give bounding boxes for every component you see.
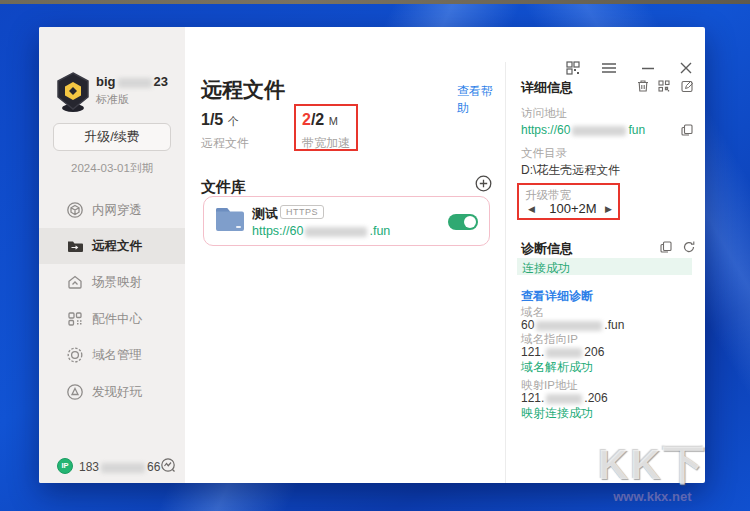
stat-bandwidth-unit: M (329, 115, 338, 127)
scene-icon (66, 273, 84, 291)
copy-address-icon[interactable] (680, 123, 694, 137)
username-prefix: big (96, 74, 116, 89)
qr-code-icon[interactable] (657, 79, 671, 93)
domain-suffix: .fun (604, 318, 624, 332)
sidebar-item-domain-management[interactable]: 域名管理 (39, 337, 185, 373)
map-ip-suffix: .206 (584, 391, 607, 405)
add-file-button[interactable] (475, 175, 492, 192)
diagnosis-panel-title: 诊断信息 (521, 240, 573, 258)
sidebar-item-label: 发现好玩 (92, 384, 142, 401)
app-window: big23 标准版 升级/续费 2024-03-01到期 内网穿透 远程文件 (39, 27, 705, 483)
dns-ip-value: 121.206 (521, 345, 604, 359)
toggle-knob (464, 216, 476, 228)
ip-redacted (101, 463, 145, 473)
map-ip-redacted (546, 394, 582, 404)
connection-status-bar: 连接成功 (517, 258, 692, 275)
ip-badge: IP (57, 458, 73, 474)
username: big23 (96, 74, 168, 89)
dns-result: 域名解析成功 (521, 359, 593, 376)
sidebar-item-scene-mapping[interactable]: 场景映射 (39, 264, 185, 300)
stat-files-value: 1/5 (201, 111, 223, 128)
sidebar-item-label: 远程文件 (92, 238, 142, 255)
map-ip-value: 121..206 (521, 391, 608, 405)
sidebar-item-remote-files[interactable]: 远程文件 (39, 228, 185, 264)
address-suffix: fun (628, 123, 645, 137)
stat-bandwidth: 2/2 M (302, 111, 338, 129)
address-redacted (572, 126, 626, 136)
file-url-suffix: .fun (369, 224, 390, 238)
username-suffix: 23 (154, 74, 168, 89)
discover-icon (66, 383, 84, 401)
file-card[interactable]: 测试 HTTPS https://60.fun (203, 196, 490, 246)
address-label: 访问地址 (521, 106, 567, 121)
sidebar: big23 标准版 升级/续费 2024-03-01到期 内网穿透 远程文件 (39, 27, 185, 483)
directory-value: D:\花生壳远程文件 (521, 162, 620, 179)
sidebar-item-label: 配件中心 (92, 311, 142, 328)
dns-ip-suffix: 206 (584, 345, 604, 359)
username-redacted (118, 78, 152, 88)
folder-icon (66, 237, 84, 255)
file-url-prefix: https://60 (252, 224, 303, 238)
sidebar-item-label: 域名管理 (92, 347, 142, 364)
stat-bandwidth-used: 2 (302, 111, 311, 128)
edit-icon[interactable] (680, 79, 694, 93)
desktop-top-strip (0, 0, 750, 4)
map-ip-prefix: 121. (521, 391, 544, 405)
cube-icon (66, 201, 84, 219)
grid-icon (66, 310, 84, 328)
protocol-badge: HTTPS (280, 205, 324, 219)
dns-ip-prefix: 121. (521, 345, 544, 359)
network-check-icon[interactable] (160, 457, 177, 474)
stat-files: 1/5 个 (201, 111, 239, 129)
detail-panel-title: 详细信息 (521, 79, 573, 97)
help-link[interactable]: 查看帮助 (457, 83, 503, 117)
file-url[interactable]: https://60.fun (252, 224, 390, 238)
panel-divider (505, 62, 506, 483)
watermark-url: www.kkx.net (598, 489, 707, 504)
connection-status-text: 连接成功 (522, 260, 570, 277)
sidebar-item-discover[interactable]: 发现好玩 (39, 374, 185, 410)
folder-blue-icon (215, 206, 245, 233)
bandwidth-value: 100+2M (547, 201, 599, 216)
domain-prefix: 60 (521, 318, 534, 332)
file-name: 测试 (252, 205, 278, 223)
close-icon[interactable] (677, 60, 695, 76)
upgrade-renew-button[interactable]: 升级/续费 (53, 123, 171, 151)
stat-bandwidth-label: 带宽加速 (302, 135, 350, 152)
copy-diagnosis-icon[interactable] (659, 240, 673, 254)
qr-scan-icon[interactable] (564, 60, 582, 76)
avatar[interactable] (53, 71, 93, 113)
sidebar-item-label: 场景映射 (92, 274, 142, 291)
stat-files-label: 远程文件 (201, 135, 249, 152)
bandwidth-prev-arrow[interactable]: ◀ (528, 204, 535, 214)
file-url-redacted (305, 227, 367, 237)
access-address[interactable]: https://60fun (521, 123, 645, 137)
file-enable-toggle[interactable] (448, 214, 478, 230)
delete-icon[interactable] (636, 79, 650, 93)
page-title: 远程文件 (201, 76, 285, 104)
domain-redacted (536, 321, 602, 331)
refresh-icon[interactable] (682, 240, 696, 254)
sidebar-item-intranet-tunnel[interactable]: 内网穿透 (39, 192, 185, 228)
domain-value: 60.fun (521, 318, 624, 332)
sidebar-item-accessory-center[interactable]: 配件中心 (39, 301, 185, 337)
expiry-date: 2024-03-01到期 (39, 161, 185, 176)
ip-address: 18366 (79, 460, 160, 474)
detail-diagnosis-link[interactable]: 查看详细诊断 (521, 288, 593, 305)
stat-files-unit: 个 (228, 115, 239, 127)
dns-ip-redacted (546, 348, 582, 358)
gear-icon (66, 346, 84, 364)
bandwidth-next-arrow[interactable]: ▶ (605, 204, 612, 214)
menu-icon[interactable] (600, 60, 618, 76)
address-prefix: https://60 (521, 123, 570, 137)
ip-prefix: 183 (79, 460, 99, 474)
map-result: 映射连接成功 (521, 405, 593, 422)
stat-bandwidth-total: /2 (311, 111, 324, 128)
library-heading: 文件库 (201, 178, 246, 197)
sidebar-item-label: 内网穿透 (92, 202, 142, 219)
plan-label: 标准版 (96, 92, 129, 107)
minimize-icon[interactable] (639, 60, 657, 76)
ip-suffix: 66 (147, 460, 160, 474)
directory-label: 文件目录 (521, 146, 567, 161)
